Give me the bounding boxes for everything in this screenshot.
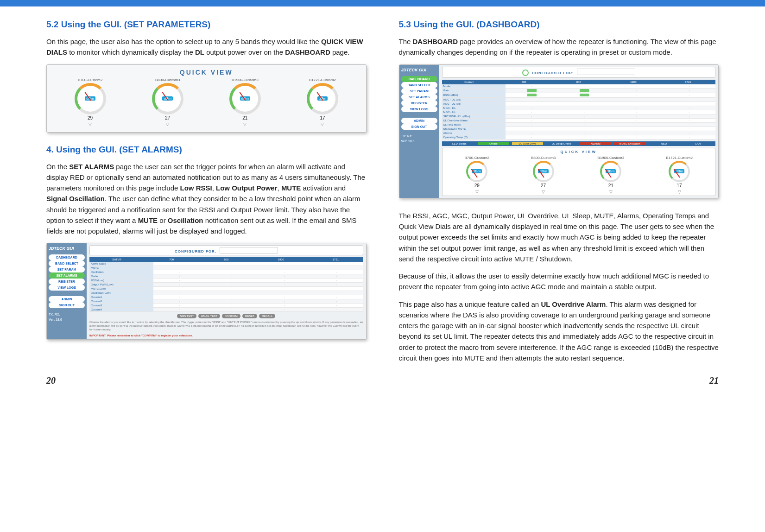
screenshot-set-alarms: JDTECK GUI DASHBOARDBAND SELECTSET PARAM…: [46, 243, 367, 340]
nav-set-param[interactable]: SET PARAM: [49, 266, 85, 272]
table-row: Operating Temp (C)····: [442, 135, 716, 139]
table-row: Shutdown / MUTE····: [442, 127, 716, 131]
confirm-button[interactable]: CONFIRM: [222, 314, 240, 318]
dial-value: 29: [474, 183, 480, 188]
dashboard-quick-view-title: QUICK VIEW: [444, 150, 714, 154]
nav-set-param[interactable]: SET PARAM: [401, 88, 437, 94]
dial-label: B800-Custom3: [155, 78, 180, 82]
status-ul-deep-online: UL Deep Online: [546, 142, 577, 145]
dial-unit: dBm: [472, 169, 482, 173]
nav-band-select[interactable]: BAND SELECT: [49, 260, 85, 266]
gauge-dial: B1721-Custom2dBm17▽: [666, 156, 693, 194]
col-header: 1721: [308, 257, 363, 262]
col-header: 1900: [606, 80, 661, 84]
table-row: RSSI (dBm)··: [442, 93, 716, 98]
nav-view-logs[interactable]: VIEW LOGS: [49, 285, 85, 291]
dial-unit: dBm: [162, 96, 172, 101]
dial-label: B800-Custom3: [531, 156, 556, 160]
status-ul-over-drive: UL Over Drive: [512, 142, 544, 145]
configured-for-input[interactable]: [220, 247, 278, 253]
table-row: Gain··: [442, 89, 716, 93]
heading-4: 4. Using the GUI. (SET ALARMS): [46, 145, 367, 155]
gauge-dial: B700-Custom2dBm29▽: [75, 78, 106, 127]
para-5-3a: The DASHBOARD page provides an overview …: [399, 36, 719, 58]
nav-set-alarms[interactable]: SET ALARMS: [401, 94, 437, 100]
tx-rx-label: TX: RX:: [401, 134, 437, 138]
sms-test-button[interactable]: SMS TEST: [177, 314, 196, 318]
table-row: AGC - DL (dB)····: [442, 98, 716, 102]
nav-sign-out[interactable]: SIGN OUT: [49, 302, 85, 308]
col-header: SATVR: [89, 257, 144, 262]
page-number-right: 21: [709, 375, 719, 386]
gauge-dial: B1900-Custom3dBm21▽: [229, 78, 261, 127]
col-header: 800: [551, 80, 606, 84]
table-row: Oscillation····: [89, 270, 363, 274]
dial-unit: dBm: [674, 169, 684, 173]
configured-for-input[interactable]: [577, 69, 635, 75]
table-row: MUTE····: [89, 266, 363, 270]
nav-dashboard[interactable]: DASHBOARD: [49, 254, 85, 260]
nav-admin[interactable]: ADMIN: [401, 118, 437, 124]
dial-label: B1721-Custom2: [309, 78, 336, 82]
nav-sign-out[interactable]: SIGN OUT: [401, 124, 437, 130]
dial-unit: dBm: [538, 169, 548, 173]
tx-rx-label: TX: RX:: [49, 313, 85, 316]
reset-button[interactable]: RESET: [242, 314, 257, 318]
screenshot-quick-view: QUICK VIEW B700-Custom2dBm29▽B800-Custom…: [46, 64, 367, 133]
page-number-left: 20: [46, 375, 56, 386]
table-row: Active Mode····: [89, 262, 363, 266]
dial-label: B1900-Custom3: [597, 156, 624, 160]
para-5-2: On this page, the user also has the opti…: [46, 36, 367, 58]
status-mute-shutdown: MUTE Shutdown: [614, 142, 645, 145]
antenna-icon: ▽: [542, 190, 545, 194]
configured-for-bar: CONFIGURED FOR:: [442, 67, 716, 78]
nav-set-alarms[interactable]: SET ALARMS: [49, 272, 85, 279]
dial-value: 21: [242, 115, 247, 120]
antenna-icon: ▽: [475, 190, 479, 194]
table-row: MGC - DL····: [442, 106, 716, 110]
heading-5-2: 5.2 Using the GUI. (SET PARAMETERS): [46, 19, 367, 30]
table-row: Custom1····: [89, 295, 363, 299]
dial-unit: dBm: [85, 96, 95, 101]
col-header: 800: [199, 257, 253, 262]
nav-view-logs[interactable]: VIEW LOGS: [401, 106, 437, 112]
table-row: Custom4····: [89, 308, 363, 312]
nav-admin[interactable]: ADMIN: [49, 296, 85, 302]
dial-value: 27: [541, 183, 546, 188]
antenna-icon: ▽: [678, 190, 681, 194]
table-row: AGC - UL (dB)····: [442, 102, 716, 106]
nav-register[interactable]: REGISTER: [401, 100, 437, 106]
col-header: 700: [144, 257, 199, 262]
version-label: Ver: 18.0: [401, 139, 437, 143]
para-5-3b: The RSSI, AGC, MGC, Output Power, UL Ove…: [399, 210, 719, 264]
version-label: Ver: 18.0: [49, 318, 85, 321]
antenna-icon: ▽: [166, 122, 169, 127]
table-row: UL Ring Mode····: [442, 123, 716, 127]
status-lan: LAN: [682, 142, 714, 145]
page-right: 5.3 Using the GUI. (DASHBOARD) The DASHB…: [399, 19, 719, 370]
nav-dashboard[interactable]: DASHBOARD: [401, 76, 437, 82]
quick-view-title: QUICK VIEW: [51, 69, 361, 76]
antenna-icon: ▽: [321, 122, 324, 127]
table-row: Custom3····: [89, 304, 363, 308]
para-5-3c: Because of this, it allows the user to e…: [399, 271, 719, 292]
table-row: SET PWR - DL (dBm)····: [442, 114, 716, 119]
gauge-dial: B700-Custom2dBm29▽: [465, 156, 489, 194]
col-header: Custom: [442, 80, 497, 84]
alarm-icon: [522, 70, 529, 76]
recall-button[interactable]: RECALL: [259, 314, 275, 318]
table-row: Custom2····: [89, 299, 363, 304]
table-row: Alarms····: [442, 131, 716, 135]
nav-register[interactable]: REGISTER: [49, 279, 85, 285]
gauge-dial: B800-Custom3dBm27▽: [152, 78, 183, 127]
gauge-dial: B1900-Custom3dBm21▽: [597, 156, 624, 194]
status-online: Online: [478, 142, 509, 145]
table-row: MUTE(Low)····: [89, 287, 363, 291]
brand-logo: JDTECK GUI: [401, 68, 437, 72]
status-nsu: NSU: [648, 142, 680, 145]
nav-band-select[interactable]: BAND SELECT: [401, 82, 437, 88]
table-row: Output PWR(Low)····: [89, 283, 363, 287]
antenna-icon: ▽: [243, 122, 247, 127]
email-test-button[interactable]: EMAIL TEST: [198, 314, 220, 318]
col-header: 1900: [253, 257, 308, 262]
